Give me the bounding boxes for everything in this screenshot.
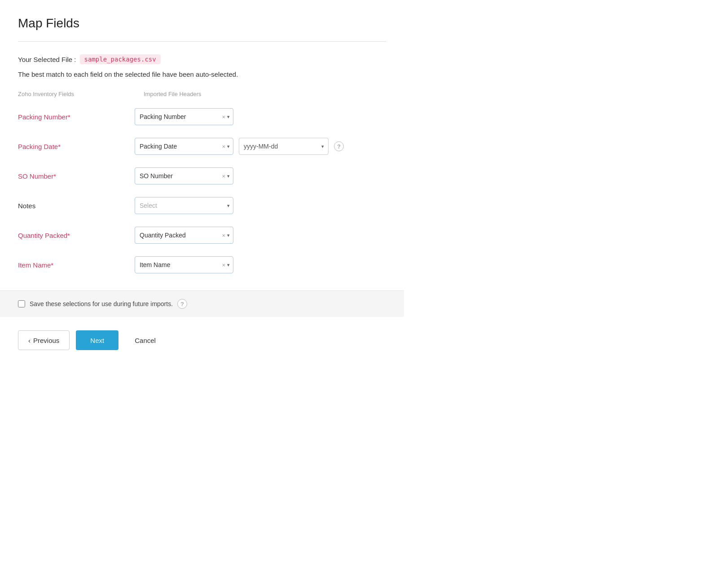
field-select-wrap-3: SelectPacking NumberPacking DateSO Numbe… xyxy=(135,197,233,214)
clear-icon-1[interactable]: × xyxy=(222,143,225,150)
col-header-imported: Imported File Headers xyxy=(144,91,251,97)
divider xyxy=(18,41,386,42)
field-row: SO Number*Packing NumberPacking DateSO N… xyxy=(18,161,386,191)
field-select-4[interactable]: Packing NumberPacking DateSO NumberQuant… xyxy=(135,227,233,244)
clear-icon-2[interactable]: × xyxy=(222,173,225,180)
field-select-wrap-0: Packing NumberPacking DateSO NumberQuant… xyxy=(135,108,233,125)
field-select-0[interactable]: Packing NumberPacking DateSO NumberQuant… xyxy=(135,108,233,125)
clear-icon-5[interactable]: × xyxy=(222,262,225,268)
clear-icon-4[interactable]: × xyxy=(222,232,225,239)
field-select-2[interactable]: Packing NumberPacking DateSO NumberQuant… xyxy=(135,167,233,184)
field-select-wrap-4: Packing NumberPacking DateSO NumberQuant… xyxy=(135,227,233,244)
field-label-5: Item Name* xyxy=(18,261,135,269)
previous-label: Previous xyxy=(33,337,59,344)
select-wrapper-4: Packing NumberPacking DateSO NumberQuant… xyxy=(135,227,233,244)
select-wrapper-2: Packing NumberPacking DateSO NumberQuant… xyxy=(135,167,233,184)
field-label-3: Notes xyxy=(18,202,135,210)
selected-file-label: Your Selected File : xyxy=(18,56,76,63)
field-select-wrap-5: Packing NumberPacking DateSO NumberQuant… xyxy=(135,256,233,273)
clear-icon-0[interactable]: × xyxy=(222,114,225,120)
date-format-help-icon-1[interactable]: ? xyxy=(334,141,344,151)
save-label-text: Save these selections for use during fut… xyxy=(30,300,173,307)
field-select-wrap-2: Packing NumberPacking DateSO NumberQuant… xyxy=(135,167,233,184)
filename-badge: sample_packages.csv xyxy=(80,54,161,64)
field-row: Quantity Packed*Packing NumberPacking Da… xyxy=(18,220,386,250)
buttons-row: ‹ Previous Next Cancel xyxy=(18,330,386,350)
date-format-wrapper-1: yyyy-MM-ddMM/dd/yyyydd/MM/yyyyMM-dd-yyyy… xyxy=(239,138,329,155)
field-select-wrap-1: Packing NumberPacking DateSO NumberQuant… xyxy=(135,138,344,155)
cancel-button[interactable]: Cancel xyxy=(125,330,166,350)
chevron-left-icon: ‹ xyxy=(28,337,31,344)
field-row: NotesSelectPacking NumberPacking DateSO … xyxy=(18,191,386,220)
field-label-1: Packing Date* xyxy=(18,143,135,150)
field-select-1[interactable]: Packing NumberPacking DateSO NumberQuant… xyxy=(135,138,233,155)
next-button[interactable]: Next xyxy=(76,330,118,350)
save-help-icon[interactable]: ? xyxy=(177,299,187,309)
select-wrapper-3: SelectPacking NumberPacking DateSO Numbe… xyxy=(135,197,233,214)
previous-button[interactable]: ‹ Previous xyxy=(18,330,70,350)
field-row: Item Name*Packing NumberPacking DateSO N… xyxy=(18,250,386,280)
field-row: Packing Date*Packing NumberPacking DateS… xyxy=(18,132,386,161)
select-wrapper-1: Packing NumberPacking DateSO NumberQuant… xyxy=(135,138,233,155)
field-label-2: SO Number* xyxy=(18,172,135,180)
field-select-5[interactable]: Packing NumberPacking DateSO NumberQuant… xyxy=(135,256,233,273)
auto-selected-text: The best match to each field on the sele… xyxy=(18,70,386,78)
field-rows: Packing Number*Packing NumberPacking Dat… xyxy=(18,102,386,280)
select-wrapper-5: Packing NumberPacking DateSO NumberQuant… xyxy=(135,256,233,273)
select-wrapper-0: Packing NumberPacking DateSO NumberQuant… xyxy=(135,108,233,125)
col-header-inventory: Zoho Inventory Fields xyxy=(18,91,135,97)
footer-bar: Save these selections for use during fut… xyxy=(0,290,404,317)
save-selections-label[interactable]: Save these selections for use during fut… xyxy=(18,299,187,309)
field-label-4: Quantity Packed* xyxy=(18,232,135,239)
field-row: Packing Number*Packing NumberPacking Dat… xyxy=(18,102,386,132)
page-title: Map Fields xyxy=(18,16,386,31)
field-label-0: Packing Number* xyxy=(18,113,135,121)
save-checkbox[interactable] xyxy=(18,300,25,307)
field-select-3[interactable]: SelectPacking NumberPacking DateSO Numbe… xyxy=(135,197,233,214)
date-format-select-1[interactable]: yyyy-MM-ddMM/dd/yyyydd/MM/yyyyMM-dd-yyyy xyxy=(239,138,329,155)
